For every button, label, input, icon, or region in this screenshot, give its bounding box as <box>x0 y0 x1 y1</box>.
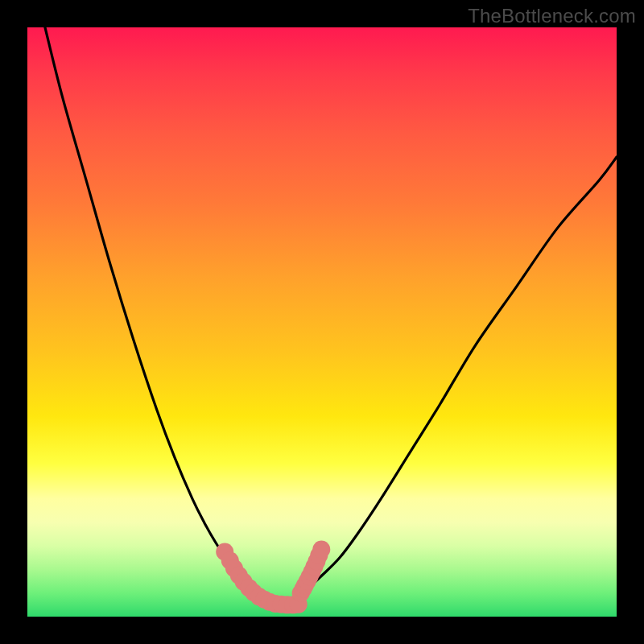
chart-svg <box>27 27 617 617</box>
plot-area <box>27 27 617 617</box>
watermark-text: TheBottleneck.com <box>468 5 636 27</box>
data-marker <box>312 541 330 559</box>
curve-path <box>299 157 617 594</box>
chart-frame: TheBottleneck.com <box>0 0 644 644</box>
curve-path <box>45 27 258 594</box>
